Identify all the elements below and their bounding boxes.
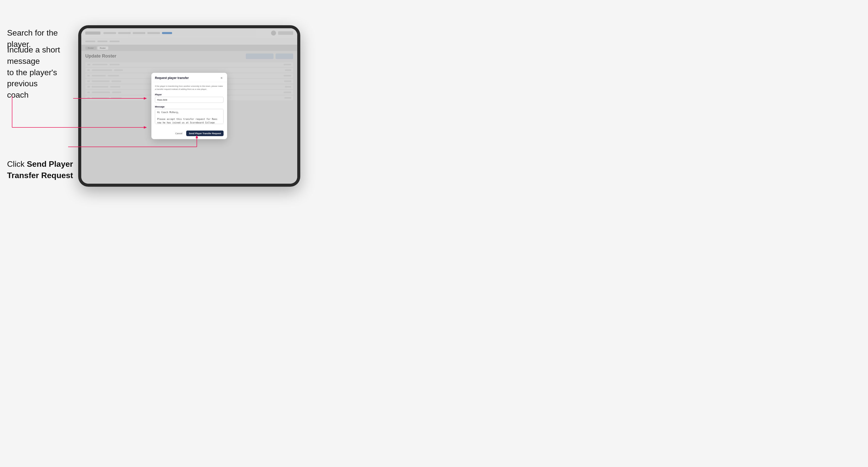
tablet-frame: Roster Roster Update Roster [78, 25, 300, 187]
player-field-group: Player [155, 93, 223, 103]
modal-header: Request player transfer × [151, 73, 227, 82]
send-transfer-request-button[interactable]: Send Player Transfer Request [186, 131, 223, 136]
cancel-button[interactable]: Cancel [173, 131, 184, 136]
annotation-click: Click Send PlayerTransfer Request [7, 158, 75, 181]
modal-description: If the player is transferring from anoth… [155, 85, 223, 91]
player-label: Player [155, 93, 223, 96]
modal-title: Request player transfer [155, 76, 189, 80]
modal-dialog: Request player transfer × If the player … [151, 73, 227, 139]
player-input[interactable] [155, 97, 223, 103]
modal-close-button[interactable]: × [219, 76, 223, 80]
message-textarea[interactable]: Hi Coach McHarg, Please accept this tran… [155, 109, 223, 124]
modal-body: If the player is transferring from anoth… [151, 82, 227, 131]
message-field-group: Message Hi Coach McHarg, Please accept t… [155, 105, 223, 125]
message-label: Message [155, 105, 223, 108]
tablet-screen: Roster Roster Update Roster [81, 28, 297, 184]
modal-footer: Cancel Send Player Transfer Request [151, 131, 227, 139]
annotation-message: Include a short messageto the player's p… [7, 44, 75, 101]
